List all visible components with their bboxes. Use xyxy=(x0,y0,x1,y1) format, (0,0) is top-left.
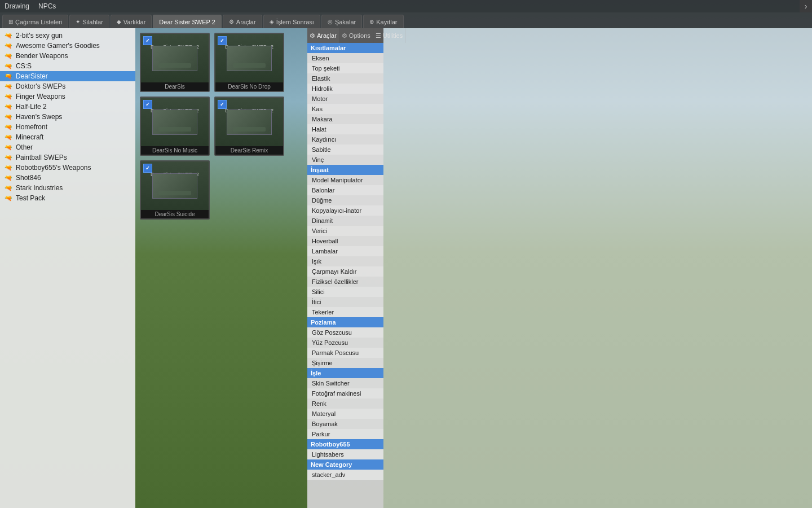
right-panel-item[interactable]: Parkur xyxy=(307,429,383,439)
right-panel-item[interactable]: Skin Switcher xyxy=(307,378,383,388)
left-panel-item[interactable]: 🔫Paintball SWEPs xyxy=(0,152,135,163)
left-panel-item[interactable]: 🔫Doktor's SWEPs xyxy=(0,81,135,91)
right-panel-item[interactable]: Vinç xyxy=(307,155,383,165)
left-panel-item[interactable]: 🔫Homefront xyxy=(0,122,135,132)
left-panel-item[interactable]: 🔫DearSister xyxy=(0,71,135,81)
right-panel-item[interactable]: Materyal xyxy=(307,409,383,419)
right-panel-item[interactable]: Eksen xyxy=(307,53,383,63)
far-right-area: ⚙ Araçlar ⚙ Options ☰ Utilities Kısıtlam… xyxy=(307,28,812,508)
right-panel-item[interactable]: Kas xyxy=(307,104,383,114)
left-panel-item[interactable]: 🔫Shot846 xyxy=(0,173,135,183)
weapon-category-label: Minecraft xyxy=(16,133,43,141)
weapon-image xyxy=(227,110,272,135)
tab-bar: ⊞ Çağırma Listeleri ✦ Silahlar ◆ Varlıkl… xyxy=(0,12,812,28)
right-section-header: Pozlama xyxy=(307,317,383,327)
expand-arrow[interactable]: › xyxy=(800,0,812,12)
left-panel-item[interactable]: 🔫CS:S xyxy=(0,61,135,71)
weapon-category-icon: 🔫 xyxy=(5,174,12,182)
tab-icon-silahlar: ✦ xyxy=(76,19,80,25)
right-section-header: Kısıtlamalar xyxy=(307,43,383,53)
right-panel-item[interactable]: Yüz Pozcusu xyxy=(307,338,383,348)
tab-kayitlar[interactable]: ⊕ Kayıtlar xyxy=(363,15,403,28)
weapon-category-label: CS:S xyxy=(16,62,32,70)
tab-araclar[interactable]: ⚙ Araçlar xyxy=(223,15,262,28)
right-panel-item[interactable]: Göz Poszcusu xyxy=(307,327,383,338)
left-panel-item[interactable]: 🔫Other xyxy=(0,142,135,152)
left-panel-item[interactable]: 🔫Finger Weapons xyxy=(0,91,135,102)
right-section-header: İşle xyxy=(307,368,383,378)
tab-varliklar[interactable]: ◆ Varlıklar xyxy=(111,15,152,28)
right-tab-araclar[interactable]: ⚙ Araçlar xyxy=(307,28,339,43)
right-panel-item[interactable]: Halat xyxy=(307,124,383,134)
tab-icon-sakalar: ◎ xyxy=(328,19,333,25)
menu-npcs[interactable]: NPCs xyxy=(38,2,56,10)
tab-cagirma[interactable]: ⊞ Çağırma Listeleri xyxy=(2,15,68,28)
right-panel-item[interactable]: Hidrolik xyxy=(307,84,383,94)
weapon-category-label: DearSister xyxy=(16,72,48,80)
right-panel-item[interactable]: Çarpmayı Kaldır xyxy=(307,266,383,277)
right-panel-item[interactable]: Hoverball xyxy=(307,236,383,246)
left-panel-item[interactable]: 🔫2-bit's sexy gun xyxy=(0,30,135,41)
weapon-card[interactable]: No Music✓Dear Sister SWEP v2DearSis No M… xyxy=(140,97,210,156)
tab-silahlar[interactable]: ✦ Silahlar xyxy=(69,15,109,28)
right-panel-item[interactable]: Makara xyxy=(307,114,383,124)
right-panel-item[interactable]: Sabitle xyxy=(307,144,383,155)
right-panel-item[interactable]: Lambalar xyxy=(307,246,383,256)
menu-drawing[interactable]: Drawing xyxy=(5,2,29,10)
options-icon: ⚙ xyxy=(342,32,347,40)
right-panel-item[interactable]: Boyamak xyxy=(307,419,383,429)
right-panel-scroll[interactable]: KısıtlamalarEksenTop şeketiElastikHidrol… xyxy=(307,43,383,508)
weapon-card-background: No Dropping✓Dear Sister SWEP v2 xyxy=(215,34,283,82)
weapon-category-label: Test Pack xyxy=(16,194,45,202)
right-panel-item[interactable]: Parmak Poscusu xyxy=(307,348,383,358)
weapon-card[interactable]: Suicide✓Dear Sister SWEP v2DearSis Suici… xyxy=(140,160,210,220)
right-panel-item[interactable]: İtici xyxy=(307,297,383,307)
right-panel-item[interactable]: Model Manipulator xyxy=(307,175,383,185)
right-panel-item[interactable]: Balonlar xyxy=(307,185,383,195)
right-panel-item[interactable]: Elastik xyxy=(307,73,383,84)
right-panel-item[interactable]: Şişirme xyxy=(307,358,383,368)
weapon-card-background: No Music✓Dear Sister SWEP v2 xyxy=(141,98,209,146)
right-panel-item[interactable]: Tekerler xyxy=(307,307,383,317)
right-panel-item[interactable]: Lightsabers xyxy=(307,449,383,459)
right-panel-item[interactable]: Kopyalayıcı-inator xyxy=(307,205,383,216)
weapon-category-label: Paintball SWEPs xyxy=(16,154,67,161)
weapon-card[interactable]: Remix✓Dear Sister SWEP v2DearSis Remix xyxy=(214,97,284,156)
left-panel-item[interactable]: 🔫Half-Life 2 xyxy=(0,102,135,112)
right-panel-item[interactable]: Işık xyxy=(307,256,383,266)
left-panel-item[interactable]: 🔫Stark Industries xyxy=(0,183,135,193)
weapon-card-background: ✓Dear Sister SWEP v2 xyxy=(141,34,209,82)
weapon-category-icon: 🔫 xyxy=(5,195,12,202)
tab-islem[interactable]: ◈ İşlem Sonrası xyxy=(263,15,320,28)
weapon-card[interactable]: No Dropping✓Dear Sister SWEP v2DearSis N… xyxy=(214,33,284,92)
left-panel-item[interactable]: 🔫Awesome Gamer's Goodies xyxy=(0,41,135,51)
right-panel-item[interactable]: Motor xyxy=(307,94,383,104)
weapon-category-label: 2-bit's sexy gun xyxy=(16,32,63,40)
tab-dear-sister[interactable]: Dear Sister SWEP 2 xyxy=(153,15,221,28)
right-panel-item[interactable]: Verici xyxy=(307,226,383,236)
weapon-category-label: Bender Weapons xyxy=(16,52,68,60)
right-panel-item[interactable]: Renk xyxy=(307,398,383,409)
right-panel-item[interactable]: Dinamit xyxy=(307,216,383,226)
right-tab-options[interactable]: ⚙ Options xyxy=(339,28,373,43)
right-panel-item[interactable]: Fiziksel özellikler xyxy=(307,277,383,287)
left-panel-item[interactable]: 🔫Test Pack xyxy=(0,193,135,203)
weapon-category-icon: 🔫 xyxy=(5,83,12,90)
weapon-footer: DearSis Remix xyxy=(215,146,283,155)
weapon-card[interactable]: ✓Dear Sister SWEP v2DearSis xyxy=(140,33,210,92)
left-panel-item[interactable]: 🔫Robotboy655's Weapons xyxy=(0,163,135,173)
right-panel-item[interactable]: Kaydırıcı xyxy=(307,134,383,144)
weapon-category-icon: 🔫 xyxy=(5,154,12,161)
tab-sakalar[interactable]: ◎ Şakalar xyxy=(321,15,362,28)
right-panel-item[interactable]: stacker_adv xyxy=(307,470,383,480)
tab-icon-varliklar: ◆ xyxy=(117,19,121,25)
right-panel-item[interactable]: Silici xyxy=(307,287,383,297)
right-panel-item[interactable]: Top şeketi xyxy=(307,63,383,73)
right-panel-item[interactable]: Düğme xyxy=(307,195,383,205)
left-panel-item[interactable]: 🔫Haven's Sweps xyxy=(0,112,135,122)
left-panel-item[interactable]: 🔫Bender Weapons xyxy=(0,51,135,61)
left-panel-item[interactable]: 🔫Minecraft xyxy=(0,132,135,142)
weapon-category-list: 🔫2-bit's sexy gun🔫Awesome Gamer's Goodie… xyxy=(0,28,135,508)
main-content-area: ✓Dear Sister SWEP v2DearSisNo Dropping✓D… xyxy=(135,28,310,508)
right-panel-item[interactable]: Fotoğraf makinesi xyxy=(307,388,383,398)
